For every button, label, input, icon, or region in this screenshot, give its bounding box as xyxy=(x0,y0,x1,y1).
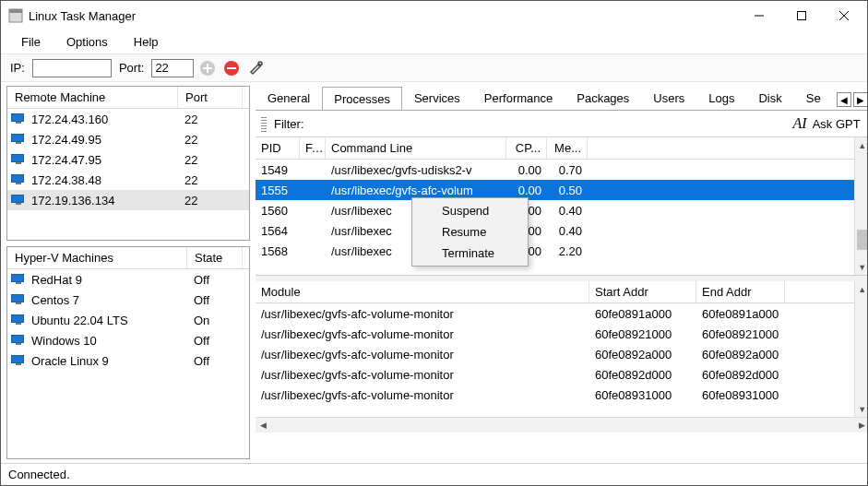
hyperv-list[interactable]: RedHat 9 Off Centos 7 Off Ubuntu 22.04 L… xyxy=(7,269,249,458)
process-rows[interactable]: 1549 /usr/libexec/gvfs-udisks2-v 0.00 0.… xyxy=(256,160,854,261)
remote-row[interactable]: 172.24.38.48 22 xyxy=(7,170,249,190)
hyperv-name: RedHat 9 xyxy=(31,273,194,287)
process-row[interactable]: 1568 /usr/libexec 00 2.20 xyxy=(256,241,854,261)
monitor-icon xyxy=(11,294,26,305)
remote-machines-list[interactable]: 172.24.43.160 22 172.24.49.95 22 172.24.… xyxy=(7,109,249,240)
minimize-button[interactable] xyxy=(738,2,780,30)
left-column: Remote Machine Port 172.24.43.160 22 172… xyxy=(1,82,256,463)
tab-packages[interactable]: Packages xyxy=(565,86,641,110)
cell-mem: 0.70 xyxy=(547,163,588,177)
scroll-down-icon[interactable]: ▼ xyxy=(855,259,868,275)
tab-scroll-right[interactable]: ▶ xyxy=(853,92,868,107)
col-module[interactable]: Module xyxy=(256,281,589,302)
add-connection-button[interactable] xyxy=(197,58,218,78)
tab-scroll-left[interactable]: ◀ xyxy=(837,92,851,107)
remote-col-machine[interactable]: Remote Machine xyxy=(7,87,178,108)
scroll-up-icon[interactable]: ▲ xyxy=(855,137,868,153)
remote-col-port[interactable]: Port xyxy=(178,87,243,108)
ask-gpt-button[interactable]: AI Ask GPT xyxy=(793,115,864,132)
scroll-left-icon[interactable]: ◀ xyxy=(256,418,271,433)
close-button[interactable] xyxy=(823,2,865,30)
tab-general[interactable]: General xyxy=(256,86,322,110)
hyperv-name: Windows 10 xyxy=(31,334,194,348)
settings-button[interactable] xyxy=(245,58,266,78)
tabs: GeneralProcessesServicesPerformancePacka… xyxy=(256,86,833,110)
col-pid[interactable]: PID xyxy=(256,137,300,159)
tab-users[interactable]: Users xyxy=(641,86,696,110)
scroll-up-icon[interactable]: ▲ xyxy=(855,281,868,297)
right-column: GeneralProcessesServicesPerformancePacka… xyxy=(256,82,868,463)
monitor-icon xyxy=(11,314,26,326)
hyperv-name: Centos 7 xyxy=(31,293,194,307)
process-row[interactable]: 1549 /usr/libexec/gvfs-udisks2-v 0.00 0.… xyxy=(256,160,854,180)
cell-start: 60fe0892a000 xyxy=(589,348,696,362)
remote-row[interactable]: 172.24.47.95 22 xyxy=(7,149,249,170)
port-input[interactable] xyxy=(151,59,194,77)
tab-services[interactable]: Services xyxy=(402,86,472,110)
hyperv-row[interactable]: Oracle Linux 9 Off xyxy=(7,350,249,371)
module-row[interactable]: /usr/libexec/gvfs-afc-volume-monitor 60f… xyxy=(256,324,854,344)
hyperv-header: Hyper-V Machines State xyxy=(7,247,249,269)
col-start[interactable]: Start Addr xyxy=(589,281,696,302)
ctx-resume[interactable]: Resume xyxy=(414,221,526,243)
svg-rect-3 xyxy=(798,12,806,20)
menu-file[interactable]: File xyxy=(8,33,54,51)
hyperv-state: Off xyxy=(194,354,209,368)
remote-row[interactable]: 172.19.136.134 22 xyxy=(7,190,249,210)
module-hscrollbar[interactable]: ◀ ▶ xyxy=(256,417,868,433)
tab-logs[interactable]: Logs xyxy=(696,86,746,110)
monitor-icon xyxy=(11,274,26,285)
ip-input[interactable] xyxy=(32,59,112,77)
col-cpu[interactable]: CP... xyxy=(506,137,547,159)
remote-row[interactable]: 172.24.49.95 22 xyxy=(7,129,249,149)
hyperv-col-state[interactable]: State xyxy=(187,247,243,268)
scroll-thumb[interactable] xyxy=(857,230,868,250)
process-row[interactable]: 1564 /usr/libexec 00 0.40 xyxy=(256,220,854,241)
status-bar: Connected. xyxy=(1,463,867,485)
module-grid: Module Start Addr End Addr /usr/libexec/… xyxy=(256,281,868,433)
tab-performance[interactable]: Performance xyxy=(472,86,565,110)
cell-start: 60fe08931000 xyxy=(589,388,696,402)
process-vscrollbar[interactable]: ▲ ▼ xyxy=(854,137,868,275)
hyperv-state: Off xyxy=(194,293,209,307)
tab-processes[interactable]: Processes xyxy=(322,87,402,110)
ctx-terminate[interactable]: Terminate xyxy=(414,243,526,264)
scroll-right-icon[interactable]: ▶ xyxy=(854,418,868,433)
remote-machines-header: Remote Machine Port xyxy=(7,87,249,109)
hyperv-col-machine[interactable]: Hyper-V Machines xyxy=(7,247,187,268)
module-row[interactable]: /usr/libexec/gvfs-afc-volume-monitor 60f… xyxy=(256,303,854,324)
titlebar: Linux Task Manager xyxy=(1,1,867,30)
app-icon xyxy=(8,8,23,23)
hyperv-row[interactable]: Centos 7 Off xyxy=(7,290,249,310)
ai-icon: AI xyxy=(793,115,807,132)
col-mem[interactable]: Me... xyxy=(547,137,588,159)
maximize-button[interactable] xyxy=(780,2,823,30)
module-vscrollbar[interactable]: ▲ ▼ xyxy=(854,281,868,417)
grip-icon xyxy=(261,115,267,132)
cell-start: 60fe0891a000 xyxy=(589,307,696,321)
cell-end: 60fe08921000 xyxy=(696,327,785,341)
remove-connection-button[interactable] xyxy=(221,58,242,78)
hyperv-row[interactable]: RedHat 9 Off xyxy=(7,269,249,290)
menu-help[interactable]: Help xyxy=(121,33,172,51)
cell-pid: 1568 xyxy=(256,244,300,258)
col-end[interactable]: End Addr xyxy=(696,281,785,302)
hyperv-row[interactable]: Ubuntu 22.04 LTS On xyxy=(7,310,249,330)
tab-se[interactable]: Se xyxy=(794,86,833,110)
remote-row[interactable]: 172.24.43.160 22 xyxy=(7,109,249,129)
col-cmd[interactable]: Command Line xyxy=(326,137,506,159)
ctx-suspend[interactable]: Suspend xyxy=(414,200,526,221)
hyperv-row[interactable]: Windows 10 Off xyxy=(7,330,249,350)
module-rows[interactable]: /usr/libexec/gvfs-afc-volume-monitor 60f… xyxy=(256,303,854,405)
scroll-down-icon[interactable]: ▼ xyxy=(855,401,868,417)
process-row[interactable]: 1555 /usr/libexec/gvfs-afc-volum 0.00 0.… xyxy=(256,180,854,200)
tab-disk[interactable]: Disk xyxy=(746,86,793,110)
col-f[interactable]: F... xyxy=(300,137,326,159)
monitor-icon xyxy=(11,174,26,185)
menu-options[interactable]: Options xyxy=(54,33,121,51)
remote-host: 172.24.38.48 xyxy=(31,173,184,187)
process-row[interactable]: 1560 /usr/libexec 00 0.40 xyxy=(256,200,854,220)
module-row[interactable]: /usr/libexec/gvfs-afc-volume-monitor 60f… xyxy=(256,385,854,405)
module-row[interactable]: /usr/libexec/gvfs-afc-volume-monitor 60f… xyxy=(256,364,854,385)
module-row[interactable]: /usr/libexec/gvfs-afc-volume-monitor 60f… xyxy=(256,344,854,364)
